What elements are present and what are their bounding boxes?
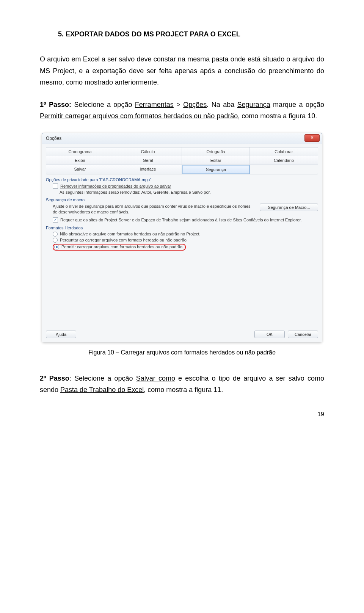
u-seguranca: Segurança [237, 101, 270, 108]
radio-ask[interactable]: Perguntar ao carregar arquivos com forma… [53, 238, 318, 243]
page-number: 19 [40, 411, 324, 418]
dialog-spacer [46, 252, 318, 328]
tab-ortografia[interactable]: Ortografia [182, 147, 250, 156]
footer-right: OK Cancelar [254, 331, 318, 338]
tab-seguranca[interactable]: Segurança [182, 165, 250, 174]
macro-security-button[interactable]: Segurança de Macro... [260, 204, 318, 211]
step-1-label: 1º Passo: [40, 101, 71, 108]
paragraph-1: O arquivo em Excel a ser salvo deve cons… [40, 53, 324, 88]
macro-row: Ajuste o nível de segurança para abrir a… [53, 204, 318, 215]
close-button[interactable]: × [304, 134, 320, 142]
tab-interface[interactable]: Interface [114, 165, 182, 174]
window: Opções × Cronograma Cálculo Ortografia C… [42, 133, 322, 342]
checkbox-label: Requer que os sites do Project Server e … [60, 218, 302, 222]
checkbox-trusted-sites[interactable]: ✓ Requer que os sites do Project Server … [53, 217, 318, 223]
checkbox-icon [53, 183, 58, 189]
radio-label: Permitir carregar arquivos com formatos … [61, 245, 184, 249]
tab-calculo[interactable]: Cálculo [114, 147, 182, 156]
u-salvar-como: Salvar como [136, 375, 175, 382]
removed-info-note: As seguintes informações serão removidas… [60, 190, 318, 194]
titlebar: Opções × [42, 133, 322, 144]
radio-no-open[interactable]: Não abra/salve o arquivo com formatos he… [53, 232, 318, 237]
section-title: 5. EXPORTAR DADOS DO MS PROJECT PARA O E… [40, 30, 324, 38]
tab-empty [250, 165, 318, 174]
macro-description: Ajuste o nível de segurança para abrir a… [53, 204, 256, 215]
t: marque a opção [270, 101, 324, 108]
radio-icon [54, 245, 59, 249]
checkbox-remove-properties[interactable]: Remover informações de propriedades do a… [53, 183, 318, 189]
t: . Na aba [207, 101, 237, 108]
u-pasta-trabalho: Pasta de Trabalho do Excel [60, 386, 144, 394]
tab-exibir[interactable]: Exibir [46, 156, 114, 165]
options-dialog-screenshot: Opções × Cronograma Cálculo Ortografia C… [42, 133, 322, 342]
help-button[interactable]: Ajuda [46, 331, 76, 338]
window-title: Opções [46, 136, 61, 141]
tab-cronograma[interactable]: Cronograma [46, 147, 114, 156]
step-2-paragraph: 2º Passo: Selecione a opção Salvar como … [40, 373, 324, 396]
radio-allow-highlighted[interactable]: Permitir carregar arquivos com formatos … [53, 244, 318, 251]
t: , como mostra a figura 10. [238, 112, 317, 120]
tabs: Cronograma Cálculo Ortografia Colaborar … [46, 147, 318, 174]
tab-editar[interactable]: Editar [182, 156, 250, 165]
u-permitir: Permitir carregar arquivos com formatos … [40, 112, 238, 120]
group-macro: Segurança de macro [46, 198, 318, 202]
group-privacy: Opções de privacidade para 'EAP-CRONOGRA… [46, 177, 318, 182]
dialog-body: Cronograma Cálculo Ortografia Colaborar … [42, 144, 322, 342]
u-opcoes: Opções [183, 101, 207, 108]
tab-calendario[interactable]: Calendário [250, 156, 318, 165]
checkbox-label: Remover informações de propriedades do a… [60, 184, 171, 188]
tab-colaborar[interactable]: Colaborar [250, 147, 318, 156]
t: > [174, 101, 183, 108]
group-formats: Formatos Herdados [46, 226, 318, 230]
dialog-footer: Ajuda OK Cancelar [46, 331, 318, 338]
radio-label: Perguntar ao carregar arquivos com forma… [60, 238, 188, 242]
tab-salvar[interactable]: Salvar [46, 165, 114, 174]
ok-button[interactable]: OK [254, 331, 285, 338]
checkbox-icon: ✓ [53, 217, 58, 223]
radio-label: Não abra/salve o arquivo com formatos he… [60, 232, 201, 236]
step-2-label: 2º Passo [40, 375, 69, 382]
radio-icon [53, 238, 58, 243]
t: Selecione a opção [71, 101, 135, 108]
t: , como mostra a figura 11. [144, 386, 223, 394]
highlight-box: Permitir carregar arquivos com formatos … [53, 244, 186, 251]
tab-geral[interactable]: Geral [114, 156, 182, 165]
t: : Selecione a opção [69, 375, 136, 382]
radio-icon [53, 232, 58, 237]
cancel-button[interactable]: Cancelar [288, 331, 318, 338]
step-1-paragraph: 1º Passo: Selecione a opção Ferramentas … [40, 99, 324, 122]
u-ferramentas: Ferramentas [135, 101, 174, 108]
figure-caption: Figura 10 – Carregar arquivos com format… [40, 349, 324, 356]
